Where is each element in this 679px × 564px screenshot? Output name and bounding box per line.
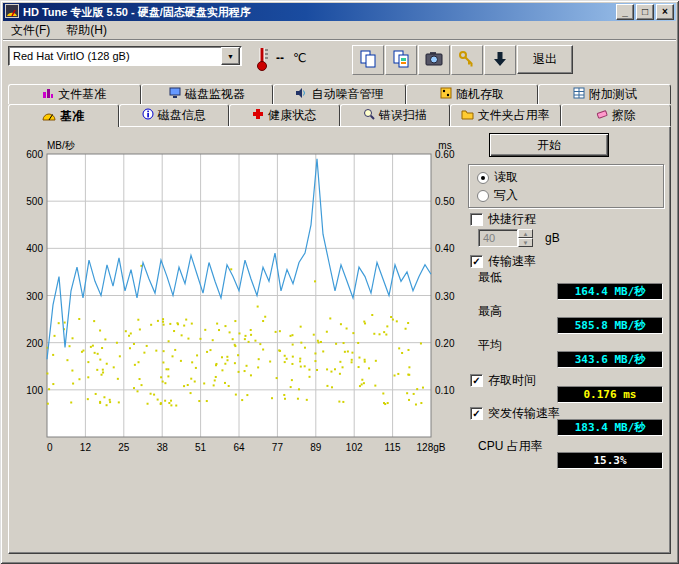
tab-error-scan[interactable]: 错误扫描: [340, 104, 451, 126]
maximize-button[interactable]: □: [636, 4, 654, 20]
short-stroke-checkbox[interactable]: ✓ 快捷行程: [470, 211, 536, 228]
copy-image-button[interactable]: [385, 45, 417, 75]
cpu-usage-label: CPU 占用率: [478, 438, 543, 455]
eraser-icon: [596, 108, 608, 123]
cpu-usage-value: 15.3%: [557, 452, 663, 469]
transfer-rate-label: 传输速率: [488, 253, 536, 270]
svg-text:12: 12: [80, 442, 92, 453]
exit-button-label: 退出: [533, 51, 557, 68]
window-title: HD Tune 专业版 5.50 - 硬盘/固态硬盘实用程序: [23, 5, 251, 20]
tab-folder-usage[interactable]: 文件夹占用率: [450, 104, 561, 126]
drive-select-combobox[interactable]: Red Hat VirtIO (128 gB) ▼: [8, 46, 242, 66]
app-icon: [5, 4, 19, 21]
short-stroke-spinner: ▲ ▼: [518, 229, 533, 247]
exit-button[interactable]: 退出: [517, 45, 573, 74]
short-stroke-input: 40: [478, 229, 518, 247]
svg-text:25: 25: [118, 442, 130, 453]
close-button[interactable]: ×: [656, 4, 674, 20]
tab-acoustic-management[interactable]: 自动噪音管理: [273, 84, 406, 104]
benchmark-chart: 6005004003002001000.600.500.400.300.200.…: [14, 138, 464, 454]
tab-label: 文件基准: [58, 86, 106, 103]
access-time-value: 0.176 ms: [557, 386, 663, 403]
tab-label: 文件夹占用率: [478, 107, 550, 124]
svg-text:0: 0: [47, 442, 53, 453]
avg-value: 343.6 MB/秒: [557, 351, 663, 368]
minimize-button[interactable]: _: [616, 4, 634, 20]
tab-file-benchmark[interactable]: 文件基准: [8, 84, 141, 104]
start-button-label: 开始: [537, 137, 561, 154]
tab-disk-info[interactable]: 磁盘信息: [119, 104, 230, 126]
spinner-up-icon: ▲: [518, 229, 533, 238]
tab-label: 基准: [60, 108, 84, 125]
checkbox-icon: ✓: [470, 407, 483, 420]
tab-random-access[interactable]: 随机存取: [406, 84, 539, 104]
temperature-value: --: [276, 51, 284, 65]
svg-text:100: 100: [26, 385, 43, 396]
copy-button[interactable]: [352, 45, 384, 75]
menu-file[interactable]: 文件(F): [3, 20, 58, 41]
gb-label: gB: [545, 231, 560, 245]
read-radio[interactable]: 读取: [477, 169, 518, 186]
svg-text:51: 51: [195, 442, 207, 453]
tab-label: 健康状态: [268, 107, 316, 124]
svg-text:MB/秒: MB/秒: [47, 140, 76, 151]
tab-strip-top: 文件基准 磁盘监视器 自动噪音管理 随机存取 附加测试: [8, 84, 671, 104]
tab-extra-tests[interactable]: 附加测试: [538, 84, 671, 104]
tab-erase[interactable]: 擦除: [561, 104, 672, 126]
svg-text:0.40: 0.40: [435, 243, 455, 254]
tab-label: 自动噪音管理: [311, 86, 383, 103]
write-radio-label: 写入: [494, 187, 518, 204]
tab-health[interactable]: 健康状态: [229, 104, 340, 126]
tab-disk-monitor[interactable]: 磁盘监视器: [141, 84, 274, 104]
info-icon: [142, 108, 154, 123]
svg-text:102: 102: [346, 442, 363, 453]
svg-text:38: 38: [157, 442, 169, 453]
tab-label: 磁盘监视器: [185, 86, 245, 103]
tab-benchmark[interactable]: 基准: [8, 104, 119, 127]
burst-rate-label: 突发传输速率: [488, 405, 560, 422]
min-label: 最低: [478, 269, 502, 286]
svg-text:0.10: 0.10: [435, 385, 455, 396]
max-value: 585.8 MB/秒: [557, 317, 663, 334]
burst-rate-value: 183.4 MB/秒: [557, 419, 663, 436]
start-button[interactable]: 开始: [489, 133, 609, 157]
burst-rate-checkbox[interactable]: ✓ 突发传输速率: [470, 405, 560, 422]
svg-text:0.30: 0.30: [435, 291, 455, 302]
access-time-checkbox[interactable]: ✓ 存取时间: [470, 372, 536, 389]
tab-label: 磁盘信息: [158, 107, 206, 124]
transfer-rate-checkbox[interactable]: ✓ 传输速率: [470, 253, 536, 270]
tab-label: 擦除: [612, 107, 636, 124]
svg-text:64: 64: [233, 442, 245, 453]
title-bar: HD Tune 专业版 5.50 - 硬盘/固态硬盘实用程序 _ □ ×: [3, 3, 676, 21]
chevron-down-icon[interactable]: ▼: [221, 47, 240, 65]
arrow-down-icon: [490, 49, 510, 72]
temperature-unit: ℃: [293, 51, 306, 65]
camera-button[interactable]: [418, 45, 450, 75]
extra-tests-icon: [573, 87, 585, 102]
svg-text:500: 500: [26, 196, 43, 207]
svg-text:200: 200: [26, 338, 43, 349]
hd-tune-window: HD Tune 专业版 5.50 - 硬盘/固态硬盘实用程序 _ □ × 文件(…: [0, 0, 679, 564]
menu-help[interactable]: 帮助(H): [58, 20, 115, 41]
write-radio[interactable]: 写入: [477, 187, 518, 204]
svg-text:128gB: 128gB: [417, 442, 446, 453]
keys-button[interactable]: [451, 45, 483, 75]
radio-dot-icon: [477, 190, 489, 202]
svg-text:ms: ms: [438, 140, 451, 151]
tab-label: 附加测试: [589, 86, 637, 103]
copy-image-icon: [391, 49, 411, 72]
file-benchmark-icon: [42, 87, 54, 102]
avg-label: 平均: [478, 337, 502, 354]
min-value: 164.4 MB/秒: [557, 283, 663, 300]
svg-text:300: 300: [26, 291, 43, 302]
svg-text:77: 77: [272, 442, 284, 453]
tab-strip-bottom: 基准 磁盘信息 健康状态 错误扫描 文件夹占用率 擦除: [8, 104, 671, 126]
checkbox-icon: ✓: [470, 255, 483, 268]
disk-monitor-icon: [169, 87, 181, 102]
tab-label: 错误扫描: [379, 107, 427, 124]
random-access-icon: [440, 87, 452, 102]
svg-text:89: 89: [310, 442, 322, 453]
camera-icon: [424, 49, 444, 72]
health-cross-icon: [252, 108, 264, 123]
save-button[interactable]: [484, 45, 516, 75]
